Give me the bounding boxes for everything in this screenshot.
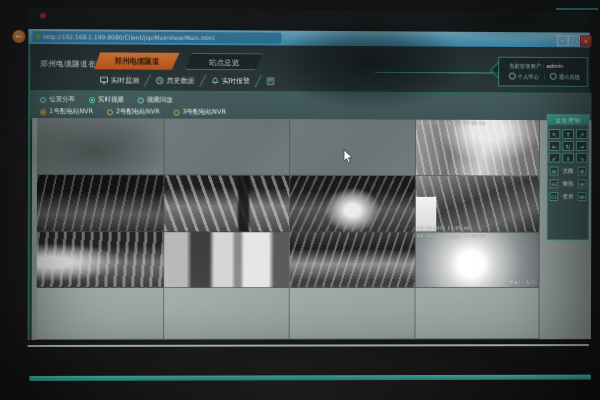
photo-vignette bbox=[0, 0, 600, 400]
